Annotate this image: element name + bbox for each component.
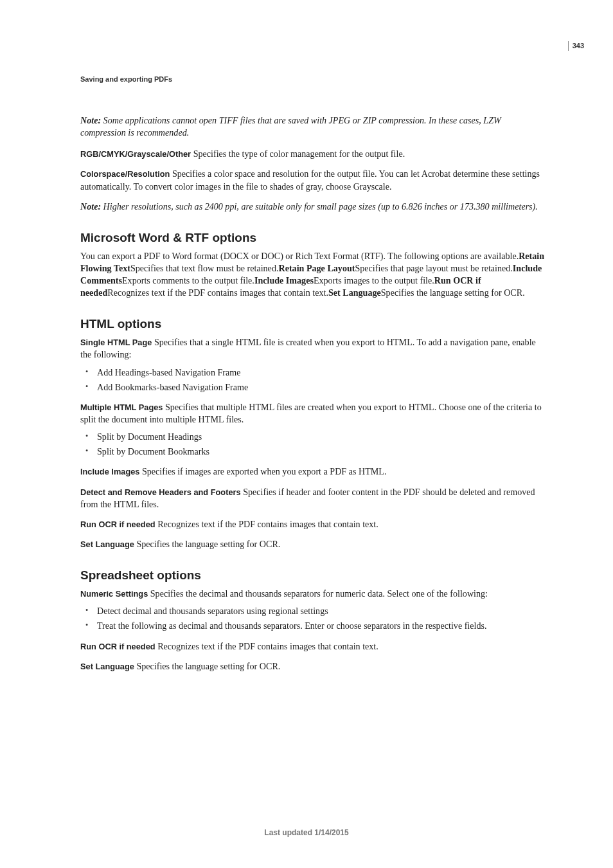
term-retain-layout: Retain Page Layout (278, 263, 355, 273)
page-number: 343 (568, 41, 584, 51)
heading-html: HTML options (80, 316, 546, 332)
note-text: Some applications cannot open TIFF files… (80, 115, 501, 138)
page: 343 Saving and exporting PDFs Note: Some… (0, 0, 613, 868)
list-item: Detect decimal and thousands separators … (94, 605, 546, 617)
list-item: Treat the following as decimal and thous… (94, 620, 546, 632)
term-colorspace: Colorspace/Resolution (80, 169, 170, 179)
list-single-html: Add Headings-based Navigation Frame Add … (80, 366, 546, 393)
text: You can export a PDF to Word format (DOC… (80, 251, 519, 261)
term-single-html: Single HTML Page (80, 338, 152, 347)
text: Exports images to the output file. (314, 275, 434, 285)
footer-last-updated: Last updated 1/14/2015 (0, 828, 613, 837)
para-set-lang-html: Set Language Specifies the language sett… (80, 538, 546, 550)
para-detect-headers: Detect and Remove Headers and Footers Sp… (80, 486, 546, 511)
term-include-images: Include Images (254, 275, 314, 285)
text: Specifies that text flow must be retaine… (130, 263, 279, 273)
term-include-images: Include Images (80, 467, 139, 476)
running-header: Saving and exporting PDFs (80, 75, 172, 83)
term-run-ocr: Run OCR if needed (80, 642, 155, 651)
text-numeric: Specifies the decimal and thousands sepa… (148, 588, 488, 599)
text-include-images: Specifies if images are exported when yo… (139, 466, 386, 476)
note-tiff: Note: Some applications cannot open TIFF… (80, 114, 546, 139)
text-set-language: Specifies the language setting for OCR. (134, 661, 280, 671)
note-label: Note: (80, 115, 101, 125)
text-run-ocr: Recognizes text if the PDF contains imag… (155, 519, 378, 529)
term-set-language: Set Language (80, 662, 134, 671)
list-numeric: Detect decimal and thousands separators … (80, 605, 546, 632)
para-include-images: Include Images Specifies if images are e… (80, 466, 546, 478)
para-set-lang-spread: Set Language Specifies the language sett… (80, 660, 546, 673)
term-detect-headers: Detect and Remove Headers and Footers (80, 487, 241, 497)
text-set-language: Specifies the language setting for OCR. (134, 539, 280, 549)
note-label: Note: (80, 201, 101, 212)
term-set-language: Set Language (328, 287, 381, 298)
heading-spreadsheet: Spreadsheet options (80, 567, 546, 584)
text-rgb: Specifies the type of color management f… (191, 149, 405, 159)
term-run-ocr: Run OCR if needed (80, 520, 155, 529)
note-resolution: Note: Higher resolutions, such as 2400 p… (80, 201, 546, 213)
main-content: Note: Some applications cannot open TIFF… (80, 77, 546, 673)
text: Specifies the language setting for OCR. (381, 287, 525, 298)
text-run-ocr: Recognizes text if the PDF contains imag… (155, 641, 378, 651)
term-numeric: Numeric Settings (80, 589, 148, 599)
para-numeric: Numeric Settings Specifies the decimal a… (80, 588, 546, 600)
para-rgb: RGB/CMYK/Grayscale/Other Specifies the t… (80, 148, 546, 160)
list-item: Add Bookmarks-based Navigation Frame (94, 381, 546, 393)
heading-word-rtf: Microsoft Word & RTF options (80, 230, 546, 246)
list-multi-html: Split by Document Headings Split by Docu… (80, 431, 546, 458)
term-multi-html: Multiple HTML Pages (80, 402, 163, 412)
note-text: Higher resolutions, such as 2400 ppi, ar… (101, 201, 538, 212)
para-single-html: Single HTML Page Specifies that a single… (80, 336, 546, 361)
text: Exports comments to the output file. (122, 275, 254, 285)
list-item: Split by Document Bookmarks (94, 446, 546, 458)
para-run-ocr-html: Run OCR if needed Recognizes text if the… (80, 518, 546, 530)
term-set-language: Set Language (80, 539, 134, 549)
text: Specifies that page layout must be retai… (355, 263, 512, 273)
para-colorspace: Colorspace/Resolution Specifies a color … (80, 168, 546, 192)
text: Recognizes text if the PDF contains imag… (107, 287, 328, 298)
list-item: Add Headings-based Navigation Frame (94, 366, 546, 379)
list-item: Split by Document Headings (94, 431, 546, 443)
para-word-rtf: You can export a PDF to Word format (DOC… (80, 250, 546, 300)
para-run-ocr-spread: Run OCR if needed Recognizes text if the… (80, 640, 546, 653)
term-rgb: RGB/CMYK/Grayscale/Other (80, 149, 191, 159)
para-multi-html: Multiple HTML Pages Specifies that multi… (80, 401, 546, 426)
